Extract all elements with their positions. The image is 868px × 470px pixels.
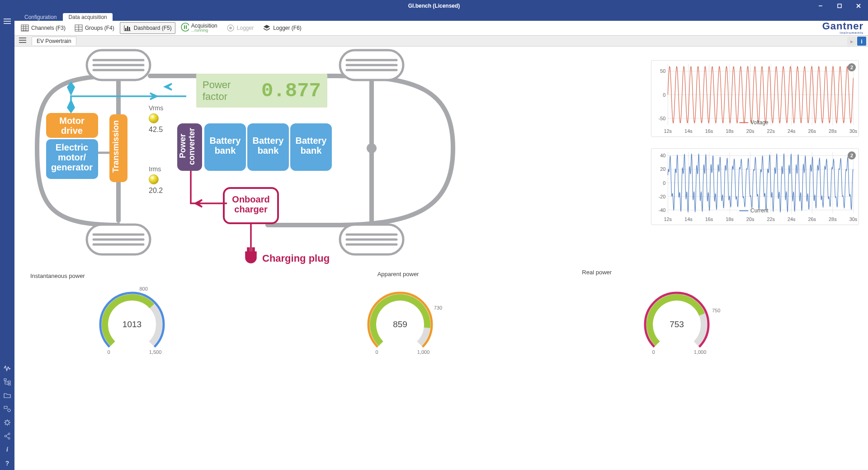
svg-text:Battery: Battery bbox=[296, 136, 327, 146]
svg-text:16s: 16s bbox=[705, 216, 713, 222]
window-close-button[interactable] bbox=[849, 0, 868, 12]
svg-text:20: 20 bbox=[660, 166, 665, 172]
pause-icon bbox=[181, 23, 189, 31]
svg-text:charger: charger bbox=[234, 204, 268, 214]
gauge-title: Apparent power bbox=[377, 271, 419, 277]
svg-rect-41 bbox=[186, 25, 187, 29]
record-icon bbox=[226, 24, 235, 32]
logger-f6-button[interactable]: Logger (F6) bbox=[259, 22, 305, 34]
svg-rect-1 bbox=[838, 4, 841, 8]
svg-text:1,500: 1,500 bbox=[149, 349, 162, 355]
svg-rect-40 bbox=[184, 25, 185, 29]
gauge-title: Real power bbox=[582, 269, 612, 276]
apparent-power-gauge[interactable]: Apparent power 73085901,000 bbox=[305, 273, 582, 470]
svg-text:22s: 22s bbox=[767, 128, 775, 134]
svg-point-56 bbox=[367, 143, 377, 153]
groups-button[interactable]: Groups (F4) bbox=[71, 22, 118, 34]
info-icon[interactable]: i bbox=[0, 443, 14, 456]
folder-icon[interactable] bbox=[0, 389, 14, 402]
svg-rect-38 bbox=[129, 27, 130, 31]
current-chart[interactable]: 2 -40-200204012s14s16s18s20s22s24s26s28s… bbox=[651, 148, 859, 225]
svg-text:12s: 12s bbox=[664, 216, 672, 222]
real-power-gauge[interactable]: Real power 75075301,000 bbox=[582, 273, 859, 470]
svg-text:50: 50 bbox=[660, 68, 665, 74]
table-icon bbox=[21, 24, 29, 32]
svg-text:-50: -50 bbox=[659, 116, 666, 121]
svg-text:1,000: 1,000 bbox=[417, 349, 429, 355]
dashboard-label: Dashboard (F5) bbox=[134, 25, 172, 31]
signal-icon[interactable] bbox=[0, 362, 14, 375]
svg-line-17 bbox=[5, 420, 6, 421]
svg-text:Electric: Electric bbox=[56, 142, 88, 152]
svg-text:-40: -40 bbox=[659, 207, 666, 213]
gear-icon[interactable] bbox=[0, 416, 14, 429]
svg-text:bank: bank bbox=[215, 146, 236, 155]
current-chart-badge: 2 bbox=[848, 151, 856, 160]
irms-led-icon bbox=[149, 174, 159, 184]
channels-label: Channels (F3) bbox=[31, 25, 66, 31]
vrms-label: Vrms bbox=[149, 104, 163, 112]
svg-text:22s: 22s bbox=[767, 216, 775, 222]
acquisition-button[interactable]: Acquisition ...running bbox=[177, 21, 221, 35]
dashboard-button[interactable]: Dashboard (F5) bbox=[120, 22, 175, 34]
svg-line-20 bbox=[9, 420, 10, 421]
power-factor-value: 0.877 bbox=[261, 80, 321, 102]
channels-button[interactable]: Channels (F3) bbox=[17, 22, 69, 34]
svg-point-39 bbox=[181, 23, 189, 31]
svg-text:26s: 26s bbox=[808, 216, 816, 222]
svg-text:26s: 26s bbox=[808, 128, 816, 134]
svg-line-25 bbox=[6, 437, 8, 438]
logger-button[interactable]: Logger bbox=[223, 22, 257, 34]
svg-text:Battery: Battery bbox=[253, 136, 284, 146]
subtab-ev-powertrain[interactable]: EV Powertrain bbox=[32, 37, 76, 45]
tab-data-acquisition[interactable]: Data acquisition bbox=[63, 13, 112, 21]
tab-configuration[interactable]: Configuration bbox=[19, 13, 62, 21]
svg-rect-9 bbox=[8, 384, 10, 385]
voltage-chart[interactable]: 2 -5005012s14s16s18s20s22s24s26s28s30sVo… bbox=[651, 60, 859, 137]
svg-rect-37 bbox=[127, 26, 128, 31]
svg-text:24s: 24s bbox=[788, 216, 796, 222]
svg-text:Current: Current bbox=[750, 207, 769, 214]
window-minimize-button[interactable] bbox=[811, 0, 830, 12]
svg-text:28s: 28s bbox=[829, 128, 837, 134]
subbar-info-button[interactable]: i bbox=[857, 37, 866, 46]
subbar-next-button[interactable]: ▸ bbox=[847, 37, 856, 46]
svg-rect-36 bbox=[125, 28, 127, 31]
power-factor-panel: Power factor 0.877 bbox=[196, 74, 327, 108]
svg-text:30s: 30s bbox=[849, 216, 858, 222]
svg-point-11 bbox=[8, 409, 10, 412]
svg-text:Voltage: Voltage bbox=[750, 119, 769, 126]
svg-text:converter: converter bbox=[187, 128, 196, 165]
stack-icon bbox=[263, 24, 271, 32]
share-icon[interactable] bbox=[0, 429, 14, 443]
svg-text:16s: 16s bbox=[705, 128, 713, 134]
svg-text:1013: 1013 bbox=[123, 320, 142, 329]
svg-point-21 bbox=[8, 433, 10, 435]
svg-text:800: 800 bbox=[140, 286, 148, 291]
subbar-menu-button[interactable] bbox=[17, 37, 28, 45]
tree-icon[interactable] bbox=[0, 375, 14, 389]
svg-text:bank: bank bbox=[258, 146, 279, 155]
svg-point-23 bbox=[8, 437, 10, 439]
window-maximize-button[interactable] bbox=[830, 0, 849, 12]
settings-gear-icon[interactable] bbox=[0, 402, 14, 416]
main-menu-button[interactable] bbox=[0, 14, 14, 28]
svg-text:motor/: motor/ bbox=[58, 152, 86, 162]
svg-point-22 bbox=[5, 435, 6, 437]
svg-text:0: 0 bbox=[375, 349, 378, 355]
svg-rect-8 bbox=[8, 381, 10, 383]
svg-line-24 bbox=[6, 434, 8, 436]
svg-text:20s: 20s bbox=[746, 216, 755, 222]
svg-text:750: 750 bbox=[712, 308, 720, 313]
svg-text:generator: generator bbox=[51, 162, 93, 172]
svg-point-43 bbox=[229, 27, 232, 29]
brand-logo: Gantner instruments bbox=[822, 22, 863, 35]
instantaneous-power-gauge[interactable]: Instantaneous power 800101301,500 bbox=[28, 273, 305, 470]
svg-text:1,000: 1,000 bbox=[694, 349, 707, 355]
logger-f6-label: Logger (F6) bbox=[273, 25, 302, 31]
svg-text:0: 0 bbox=[663, 180, 665, 186]
svg-line-18 bbox=[9, 424, 10, 425]
svg-text:Onboard: Onboard bbox=[232, 194, 269, 204]
help-icon[interactable]: ? bbox=[0, 456, 14, 470]
window-title: GI.bench (Licensed) bbox=[408, 3, 460, 9]
